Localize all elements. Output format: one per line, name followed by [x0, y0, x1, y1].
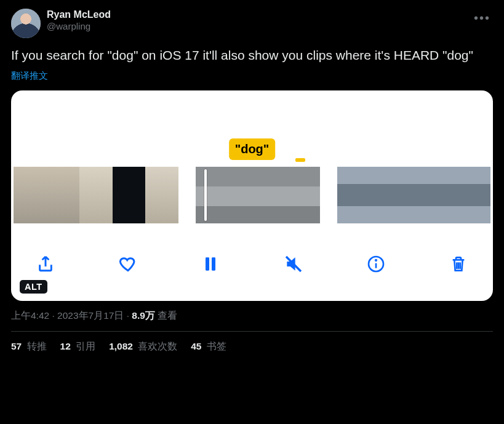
- pause-icon[interactable]: [199, 253, 222, 275]
- clip-thumb[interactable]: [14, 167, 47, 223]
- heart-icon[interactable]: [117, 253, 139, 275]
- playhead[interactable]: [204, 169, 207, 221]
- more-options-icon[interactable]: •••: [471, 9, 493, 28]
- clip-thumb[interactable]: [289, 167, 321, 223]
- meta-views-label: 查看: [155, 310, 177, 321]
- stat-quotes[interactable]: 12 引用: [60, 340, 96, 353]
- clip-thumb[interactable]: [47, 167, 80, 223]
- tweet-stats: 57 转推 12 引用 1,082 喜欢次数 45 书签: [11, 332, 493, 353]
- clip-thumb[interactable]: [363, 167, 388, 223]
- clip-thumb[interactable]: [79, 167, 113, 223]
- handle: @warpling: [47, 21, 111, 33]
- mute-icon[interactable]: [282, 253, 305, 275]
- media-card[interactable]: "dog": [11, 90, 493, 301]
- clip-group[interactable]: [196, 167, 321, 223]
- trash-icon[interactable]: [447, 253, 470, 275]
- media-toolbar: [11, 244, 493, 284]
- svg-point-5: [375, 260, 377, 262]
- stat-bookmarks[interactable]: 45 书签: [191, 340, 226, 353]
- tweet-meta: 上午4:42 · 2023年7月17日 · 8.9万 查看: [11, 310, 493, 322]
- display-name: Ryan McLeod: [47, 9, 111, 21]
- caption-badge: "dog": [229, 138, 276, 160]
- svg-rect-0: [206, 258, 209, 271]
- info-icon[interactable]: [365, 253, 387, 275]
- share-icon[interactable]: [34, 253, 57, 275]
- stat-retweets[interactable]: 57 转推: [11, 340, 47, 353]
- clip-thumb[interactable]: [113, 167, 146, 223]
- clip-thumb[interactable]: [439, 167, 465, 223]
- tweet-text: If you search for "dog" on iOS 17 it'll …: [11, 47, 493, 64]
- clip-thumb[interactable]: [388, 167, 414, 223]
- clip-group[interactable]: [337, 167, 490, 223]
- meta-date[interactable]: 2023年7月17日: [57, 310, 124, 321]
- stat-likes[interactable]: 1,082 喜欢次数: [109, 340, 177, 353]
- video-timeline[interactable]: [11, 167, 493, 223]
- caption-marker: [295, 158, 305, 162]
- clip-thumb[interactable]: [465, 167, 490, 223]
- clip-group[interactable]: [14, 167, 178, 223]
- tweet: Ryan McLeod @warpling ••• If you search …: [0, 0, 504, 353]
- avatar[interactable]: [11, 9, 41, 38]
- meta-views-count: 8.9万: [132, 310, 155, 321]
- clip-thumb[interactable]: [337, 167, 362, 223]
- tweet-header: Ryan McLeod @warpling •••: [11, 9, 493, 38]
- meta-time[interactable]: 上午4:42: [11, 310, 49, 321]
- author-names[interactable]: Ryan McLeod @warpling: [47, 9, 111, 33]
- clip-thumb[interactable]: [414, 167, 439, 223]
- clip-thumb[interactable]: [196, 167, 227, 223]
- clip-thumb[interactable]: [258, 167, 289, 223]
- clip-thumb[interactable]: [226, 167, 258, 223]
- clip-thumb[interactable]: [145, 167, 178, 223]
- alt-badge[interactable]: ALT: [20, 280, 47, 294]
- translate-link[interactable]: 翻译推文: [11, 70, 48, 82]
- svg-rect-1: [212, 258, 215, 271]
